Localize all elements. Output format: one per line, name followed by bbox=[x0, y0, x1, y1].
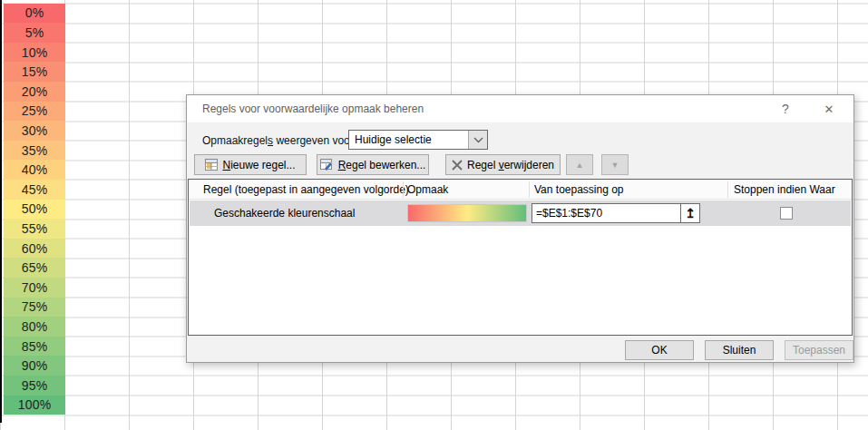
spreadsheet-grid[interactable]: 0%5%10%15%20%25%30%35%40%45%50%55%60%65%… bbox=[0, 0, 868, 430]
dialog-title: Regels voor voorwaardelijke opmaak beher… bbox=[202, 103, 424, 115]
move-down-button[interactable]: ▼ bbox=[601, 154, 629, 175]
new-rule-label: Nieuwe regel... bbox=[222, 159, 295, 171]
header-stop-if-true: Stoppen indien Waar bbox=[734, 183, 835, 196]
percent-column: 0%5%10%15%20%25%30%35%40%45%50%55%60%65%… bbox=[4, 4, 65, 415]
edit-rule-label: Regel bewerken... bbox=[338, 159, 426, 171]
spreadsheet-cell[interactable]: 60% bbox=[4, 239, 65, 259]
spreadsheet-cell[interactable]: 25% bbox=[4, 102, 65, 122]
move-up-button[interactable]: ▲ bbox=[566, 154, 593, 175]
edit-rule-button[interactable]: Regel bewerken... bbox=[317, 154, 429, 175]
arrow-down-icon: ▼ bbox=[611, 161, 619, 170]
spreadsheet-cell[interactable]: 50% bbox=[4, 200, 65, 220]
dialog-titlebar[interactable]: Regels voor voorwaardelijke opmaak beher… bbox=[187, 95, 853, 122]
collapse-dialog-icon[interactable]: ↥ bbox=[680, 203, 700, 223]
spreadsheet-cell[interactable]: 55% bbox=[4, 219, 65, 239]
spreadsheet-cell[interactable]: 75% bbox=[4, 298, 65, 318]
header-separator bbox=[529, 181, 530, 198]
delete-rule-icon bbox=[452, 160, 463, 171]
label-text: Opmaakregel bbox=[202, 134, 268, 147]
spreadsheet-cell[interactable]: 40% bbox=[4, 160, 65, 180]
applies-to-input[interactable] bbox=[532, 203, 680, 223]
chevron-down-icon[interactable] bbox=[468, 131, 487, 149]
selection-border bbox=[0, 0, 2, 423]
close-button[interactable]: Sluiten bbox=[705, 340, 774, 360]
scope-dropdown[interactable]: Huidige selectie bbox=[348, 130, 488, 150]
help-icon[interactable]: ? bbox=[774, 99, 797, 119]
header-rule: Regel (toegepast in aangegeven volgorde) bbox=[203, 183, 409, 196]
spreadsheet-cell[interactable]: 0% bbox=[4, 4, 65, 24]
spreadsheet-cell[interactable]: 15% bbox=[4, 62, 65, 82]
arrow-up-icon: ▲ bbox=[576, 161, 584, 170]
spreadsheet-cell[interactable]: 95% bbox=[4, 376, 65, 396]
spreadsheet-cell[interactable]: 65% bbox=[4, 258, 65, 278]
ok-button[interactable]: OK bbox=[625, 340, 694, 360]
show-rules-label: Opmaakregels weergeven voor: bbox=[202, 134, 356, 147]
spreadsheet-cell[interactable]: 80% bbox=[4, 317, 65, 337]
edit-rule-icon bbox=[320, 159, 334, 171]
rule-row[interactable]: Geschakeerde kleurenschaal ↥ bbox=[190, 200, 851, 226]
rules-list-header: Regel (toegepast in aangegeven volgorde)… bbox=[189, 180, 852, 200]
spreadsheet-cell[interactable]: 45% bbox=[4, 180, 65, 200]
spreadsheet-cell[interactable]: 30% bbox=[4, 121, 65, 141]
header-separator bbox=[403, 181, 404, 198]
delete-rule-button[interactable]: Regel verwijderen bbox=[445, 154, 561, 175]
header-format: Opmaak bbox=[407, 183, 448, 196]
spreadsheet-cell[interactable]: 35% bbox=[4, 141, 65, 161]
scope-dropdown-value: Huidige selectie bbox=[349, 133, 468, 146]
spreadsheet-cell[interactable]: 5% bbox=[4, 23, 65, 43]
rule-name: Geschakeerde kleurenschaal bbox=[214, 207, 355, 220]
spreadsheet-cell[interactable]: 10% bbox=[4, 43, 65, 63]
close-icon[interactable]: ✕ bbox=[817, 99, 841, 119]
spreadsheet-cell[interactable]: 90% bbox=[4, 356, 65, 376]
delete-rule-label: Regel verwijderen bbox=[467, 159, 554, 171]
spreadsheet-cell[interactable]: 85% bbox=[4, 337, 65, 357]
color-scale-preview bbox=[407, 204, 527, 222]
rules-list: Regel (toegepast in aangegeven volgorde)… bbox=[188, 179, 853, 336]
conditional-formatting-dialog: Regels voor voorwaardelijke opmaak beher… bbox=[186, 94, 854, 363]
header-separator bbox=[727, 181, 728, 198]
spreadsheet-cell[interactable]: 70% bbox=[4, 278, 65, 298]
label-text: weergeven voor: bbox=[273, 134, 356, 147]
new-rule-button[interactable]: Nieuwe regel... bbox=[194, 154, 307, 175]
spreadsheet-cell[interactable]: 20% bbox=[4, 82, 65, 102]
header-applies-to: Van toepassing op bbox=[534, 183, 624, 196]
spreadsheet-cell[interactable]: 100% bbox=[4, 396, 65, 415]
apply-button: Toepassen bbox=[785, 340, 853, 360]
new-rule-icon bbox=[205, 159, 218, 171]
stop-if-true-checkbox[interactable] bbox=[780, 207, 793, 220]
